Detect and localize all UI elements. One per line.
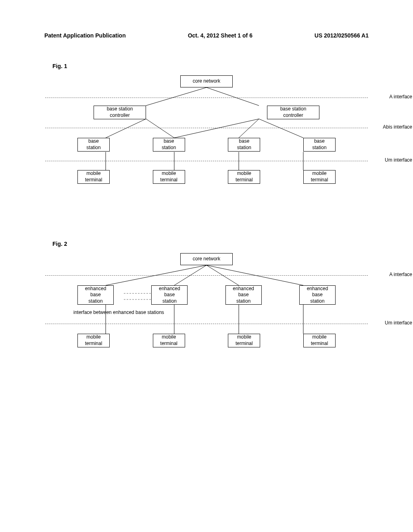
svg-line-1 (206, 87, 259, 106)
fig2-diagram: core network A interface enhanced base s… (61, 253, 352, 366)
fig2-a-interface-label: A interface (389, 272, 412, 277)
header-center: Oct. 4, 2012 Sheet 1 of 6 (188, 32, 252, 39)
fig2-inter-ebs-label: interface between enhanced base stations (73, 310, 352, 315)
fig1-core-network: core network (180, 75, 233, 87)
fig1-mobile-terminal: mobile terminal (303, 170, 336, 184)
fig2-um-interface-label: Um interface (385, 320, 412, 326)
fig1-base-station: base station (303, 138, 336, 152)
header-left: Patent Application Publication (44, 32, 126, 39)
fig1-bsc: base station controller (94, 106, 146, 119)
svg-line-3 (146, 119, 174, 138)
fig2-mobile-terminal: mobile terminal (228, 334, 260, 347)
fig1-base-station: base station (228, 138, 260, 152)
fig2-core-network: core network (180, 253, 233, 265)
fig2-label: Fig. 2 (52, 241, 389, 247)
fig1-label: Fig. 1 (52, 63, 389, 69)
svg-line-6 (259, 119, 303, 138)
fig1-a-interface-label: A interface (389, 94, 412, 100)
fig1-diagram: core network A interface base station co… (61, 75, 352, 200)
page-header: Patent Application Publication Oct. 4, 2… (24, 32, 389, 39)
svg-line-4 (174, 119, 259, 138)
fig2-enhanced-base-station: enhanced base station (151, 285, 188, 305)
fig1-um-interface-label: Um interface (385, 157, 412, 163)
fig2-enhanced-base-station: enhanced base station (225, 285, 262, 305)
fig2-mobile-terminal: mobile terminal (303, 334, 336, 347)
fig1-abis-interface-label: Abis interface (383, 124, 412, 130)
header-right: US 2012/0250566 A1 (315, 32, 369, 39)
fig2-mobile-terminal: mobile terminal (77, 334, 110, 347)
fig1-mobile-terminal: mobile terminal (153, 170, 185, 184)
fig2-enhanced-base-station: enhanced base station (299, 285, 336, 305)
fig1-base-station: base station (77, 138, 110, 152)
fig1-bsc: base station controller (267, 106, 319, 119)
fig1-mobile-terminal: mobile terminal (228, 170, 260, 184)
svg-line-5 (239, 119, 259, 138)
svg-line-0 (146, 87, 206, 106)
fig1-mobile-terminal: mobile terminal (77, 170, 110, 184)
fig2-enhanced-base-station: enhanced base station (77, 285, 114, 305)
svg-line-2 (106, 119, 146, 138)
fig1-base-station: base station (153, 138, 185, 152)
fig2-mobile-terminal: mobile terminal (153, 334, 185, 347)
